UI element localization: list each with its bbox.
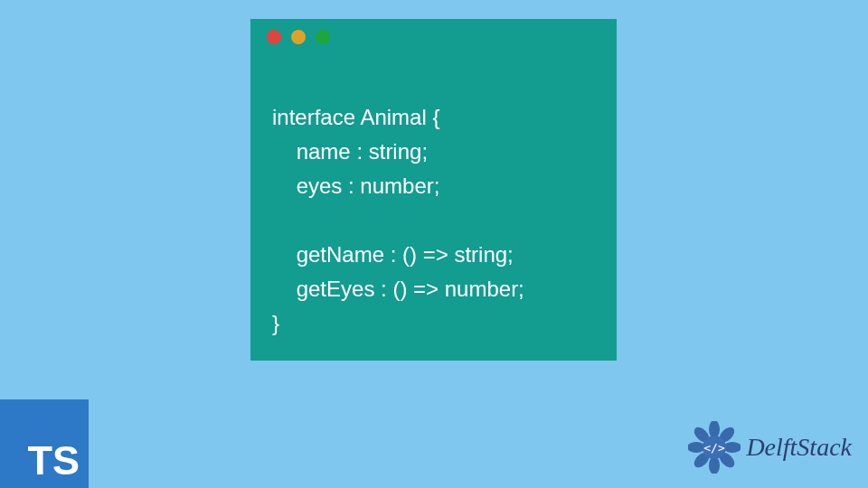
code-line: } [272, 311, 279, 335]
brand-name: DelftStack [746, 433, 852, 462]
brand-logo-icon: </> [688, 421, 741, 474]
code-line: getEyes : () => number; [272, 277, 524, 301]
code-window: interface Animal { name : string; eyes :… [250, 19, 617, 361]
maximize-icon [316, 30, 330, 44]
code-line: interface Animal { [272, 105, 439, 129]
svg-text:</>: </> [704, 441, 726, 455]
code-block: interface Animal { name : string; eyes :… [250, 55, 617, 375]
typescript-badge: TS [0, 399, 89, 488]
ts-label: TS [27, 440, 80, 481]
window-titlebar [250, 19, 617, 55]
code-line: eyes : number; [272, 174, 439, 198]
code-line: getName : () => string; [272, 242, 514, 267]
close-icon [267, 30, 281, 44]
brand: </> DelftStack [688, 421, 852, 474]
code-line: name : string; [272, 139, 428, 164]
minimize-icon [291, 30, 306, 44]
